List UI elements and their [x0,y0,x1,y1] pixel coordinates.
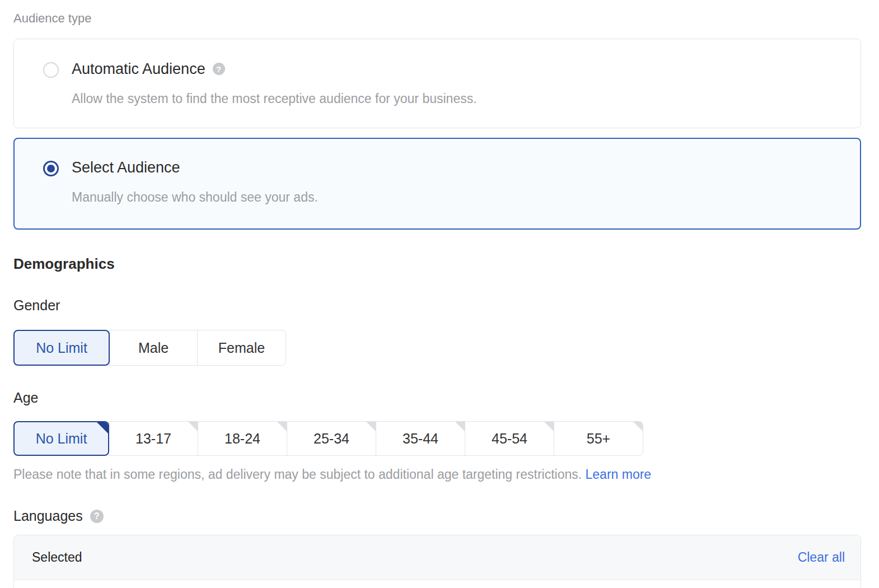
age-restriction-note-text: Please note that in some regions, ad del… [13,467,582,482]
age-option-label: 18-24 [225,431,260,447]
age-option-label: 55+ [587,431,610,447]
age-option-label: 35-44 [403,431,438,447]
clear-all-link[interactable]: Clear all [798,550,845,565]
languages-selected-label: Selected [32,550,82,565]
multi-select-corner-icon [455,422,465,431]
multi-select-corner-icon [97,422,108,433]
gender-button-group: No Limit Male Female [13,330,861,366]
audience-type-label: Audience type [13,11,861,26]
age-option-no-limit[interactable]: No Limit [13,421,109,456]
age-option-label: 13-17 [135,431,171,447]
gender-label: Gender [13,297,861,314]
select-audience-description: Manually choose who should see your ads. [72,190,318,205]
gender-option-female[interactable]: Female [197,330,286,366]
languages-panel-header: Selected Clear all [14,535,861,580]
select-audience-card[interactable]: Select Audience Manually choose who shou… [13,138,861,230]
multi-select-corner-icon [277,422,287,431]
age-option-label: 45-54 [492,431,527,447]
age-option-label: No Limit [36,431,87,447]
select-audience-radio[interactable] [43,161,59,176]
languages-panel: Selected Clear all [13,535,861,588]
multi-select-corner-icon [366,422,376,431]
languages-label: Languages [13,508,83,524]
automatic-audience-body: Automatic Audience ? Allow the system to… [72,60,477,106]
age-option-55-plus[interactable]: 55+ [554,421,643,456]
gender-option-label: Female [218,340,265,356]
age-option-35-44[interactable]: 35-44 [376,421,465,456]
multi-select-corner-icon [633,422,643,431]
demographics-heading: Demographics [13,255,861,273]
multi-select-corner-icon [188,422,198,431]
age-option-18-24[interactable]: 18-24 [198,421,287,456]
languages-label-row: Languages ? [13,508,861,524]
audience-targeting-panel: Audience type Automatic Audience ? Allow… [0,0,879,588]
automatic-audience-description: Allow the system to find the most recept… [72,91,477,106]
gender-option-male[interactable]: Male [109,330,198,366]
age-label: Age [13,390,861,406]
age-option-25-34[interactable]: 25-34 [287,421,376,456]
age-option-45-54[interactable]: 45-54 [465,421,554,456]
age-option-label: 25-34 [314,431,349,447]
select-audience-title: Select Audience [72,159,180,176]
automatic-audience-card[interactable]: Automatic Audience ? Allow the system to… [13,39,861,128]
help-icon[interactable]: ? [213,63,225,75]
age-option-13-17[interactable]: 13-17 [109,421,198,456]
age-button-group: No Limit 13-17 18-24 25-34 35-44 45-54 5… [13,421,861,456]
age-restriction-note: Please note that in some regions, ad del… [13,467,861,482]
automatic-audience-title: Automatic Audience [72,60,205,77]
automatic-audience-radio[interactable] [43,62,59,78]
learn-more-link[interactable]: Learn more [586,467,652,482]
select-audience-body: Select Audience Manually choose who shou… [72,159,318,205]
help-icon[interactable]: ? [90,510,104,523]
languages-panel-body [14,580,861,588]
multi-select-corner-icon [544,422,554,431]
gender-option-no-limit[interactable]: No Limit [13,330,110,366]
gender-option-label: No Limit [36,340,87,356]
gender-option-label: Male [138,340,169,356]
